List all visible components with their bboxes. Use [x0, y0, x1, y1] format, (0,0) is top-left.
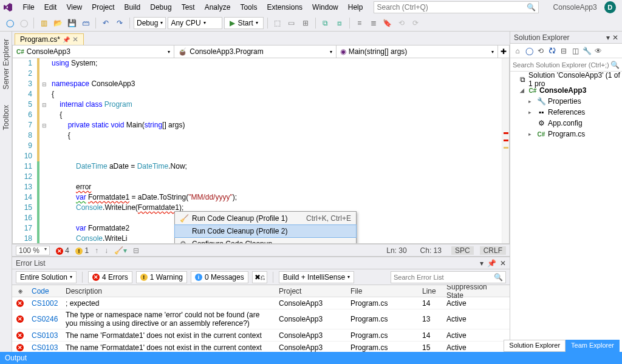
menu-view[interactable]: View: [61, 2, 87, 13]
server-explorer-tab[interactable]: Server Explorer: [1, 35, 12, 93]
menu-edit[interactable]: Edit: [39, 2, 62, 13]
se-collapse-icon[interactable]: ⊟: [559, 46, 569, 56]
status-eol[interactable]: CRLF: [480, 246, 506, 255]
error-row[interactable]: ✕CS1002; expectedConsoleApp3Program.cs14…: [12, 297, 510, 309]
panel-dropdown-icon[interactable]: ▾: [480, 259, 484, 268]
nav-project-dropdown[interactable]: C# ConsoleApp3▾: [13, 46, 174, 58]
warnings-filter-button[interactable]: !1 Warning: [136, 271, 187, 283]
panel-dropdown-icon[interactable]: ▾: [606, 33, 610, 42]
col-code[interactable]: Code: [28, 287, 62, 295]
tree-node-app-config[interactable]: ⚙App.config: [511, 118, 621, 129]
menu-extensions[interactable]: Extensions: [262, 2, 307, 13]
se-refresh-icon[interactable]: 🗘: [547, 46, 557, 56]
undo-icon[interactable]: ↶: [100, 17, 112, 29]
error-code-link[interactable]: CS1002: [28, 299, 62, 308]
toolbox-tab[interactable]: Toolbox: [1, 101, 12, 133]
error-code-link[interactable]: CS0246: [28, 315, 62, 323]
start-debug-button[interactable]: ▶Start▾: [224, 17, 263, 29]
open-file-icon[interactable]: 📂: [52, 17, 64, 29]
redo-icon[interactable]: ↷: [114, 17, 126, 29]
tab-solution-explorer[interactable]: Solution Explorer: [504, 340, 566, 352]
panel-close-icon[interactable]: ✕: [612, 33, 618, 42]
nav-back-icon[interactable]: ◯: [4, 17, 16, 29]
col-severity[interactable]: ⎈: [12, 287, 28, 295]
solution-explorer-tree[interactable]: ⧉Solution 'ConsoleApp3' (1 of 1 pro◢C#Co…: [510, 72, 622, 352]
menu-analyze[interactable]: Analyze: [200, 2, 236, 13]
toolbar-misc-1-icon[interactable]: ⬚: [272, 17, 284, 29]
status-nav-prev-icon[interactable]: ↑: [95, 246, 98, 255]
comment-icon[interactable]: ⧉: [320, 17, 332, 29]
tree-node-references[interactable]: ▸▪▪References: [511, 107, 621, 118]
solution-explorer-search[interactable]: 🔍: [510, 58, 622, 72]
save-all-icon[interactable]: 🗃: [80, 17, 92, 29]
tree-node-solution-consoleapp3-1-of-1-pro[interactable]: ⧉Solution 'ConsoleApp3' (1 of 1 pro: [511, 74, 621, 85]
col-description[interactable]: Description: [62, 287, 275, 295]
solution-config-dropdown[interactable]: Debug▾: [134, 17, 166, 29]
error-scope-dropdown[interactable]: Entire Solution▾: [16, 271, 77, 283]
menu-file[interactable]: File: [18, 2, 39, 13]
menu-build[interactable]: Build: [120, 2, 146, 13]
status-warning-count[interactable]: ! 1: [75, 246, 89, 255]
menu-test[interactable]: Test: [177, 2, 200, 13]
col-suppression[interactable]: Suppression State: [443, 285, 510, 300]
menu-project[interactable]: Project: [87, 2, 119, 13]
scroll-minimap[interactable]: [502, 58, 509, 243]
status-nav-next-icon[interactable]: ↓: [104, 246, 108, 255]
toolbar-misc-a-icon[interactable]: ⟲: [395, 17, 408, 29]
ctx-configure-code-cleanup[interactable]: ⚙Configure Code Cleanup: [175, 237, 356, 244]
ctx-run-code-cleanup-profile-2-[interactable]: Run Code Cleanup (Profile 2): [174, 224, 357, 238]
panel-close-icon[interactable]: ✕: [500, 259, 506, 268]
bookmark-icon[interactable]: 🔖: [381, 17, 394, 29]
nav-member-dropdown[interactable]: ◉ Main(string[] args)▾: [337, 46, 498, 58]
solution-explorer-search-input[interactable]: [513, 61, 610, 69]
error-row[interactable]: ✕CS0103The name 'Formatdate1' does not e…: [12, 329, 510, 342]
new-project-icon[interactable]: ▥: [38, 17, 50, 29]
toolbar-misc-2-icon[interactable]: ▭: [285, 17, 298, 29]
tree-node-program-cs[interactable]: ▸C#Program.cs: [511, 129, 621, 140]
quick-launch-input[interactable]: [377, 3, 526, 12]
toolbar-indent-icon[interactable]: ≡: [354, 17, 366, 29]
document-tab-program[interactable]: Program.cs* 📌 ✕: [15, 33, 84, 45]
toolbar-misc-3-icon[interactable]: ⊞: [299, 17, 312, 29]
error-row[interactable]: ✕CS0246The type or namespace name 'error…: [12, 309, 510, 329]
quick-launch-search[interactable]: 🔍: [374, 1, 538, 13]
messages-filter-button[interactable]: i0 Messages: [191, 271, 248, 283]
pin-icon[interactable]: 📌: [63, 36, 70, 43]
code-editor[interactable]: 123456789101112131415161718192021 ⊟⊟⊟ us…: [12, 58, 510, 244]
se-back-icon[interactable]: ◯: [524, 46, 534, 56]
close-tab-icon[interactable]: ✕: [72, 35, 78, 44]
clear-filter-icon[interactable]: ✖⎌: [252, 271, 267, 283]
status-indent[interactable]: SPC: [451, 246, 474, 255]
col-line[interactable]: Line: [419, 287, 443, 295]
ctx-run-code-cleanup-profile-1-[interactable]: 🧹Run Code Cleanup (Profile 1)Ctrl+K, Ctr…: [175, 212, 356, 225]
menu-help[interactable]: Help: [343, 2, 368, 13]
save-icon[interactable]: 💾: [66, 17, 78, 29]
se-showall-icon[interactable]: ◫: [570, 46, 580, 56]
menu-window[interactable]: Window: [307, 2, 343, 13]
se-sync-icon[interactable]: ⟲: [536, 46, 545, 56]
panel-pin-icon[interactable]: 📌: [487, 259, 496, 268]
col-project[interactable]: Project: [275, 287, 347, 295]
se-preview-icon[interactable]: 👁: [593, 46, 603, 56]
code-cleanup-icon[interactable]: 🧹▾: [114, 246, 127, 255]
error-list-search[interactable]: 🔍: [391, 271, 506, 283]
output-tab[interactable]: Output: [5, 354, 27, 362]
toolbar-outdent-icon[interactable]: ≣: [367, 17, 380, 29]
se-properties-icon[interactable]: 🔧: [582, 46, 592, 56]
error-list-header-row[interactable]: ⎈ Code Description Project File Line Sup…: [12, 285, 510, 297]
split-editor-icon[interactable]: ✚: [498, 46, 509, 58]
menu-tools[interactable]: Tools: [235, 2, 262, 13]
errors-filter-button[interactable]: ✕4 Errors: [88, 271, 132, 283]
user-avatar[interactable]: D: [604, 1, 616, 13]
error-code-link[interactable]: CS0103: [28, 331, 62, 340]
uncomment-icon[interactable]: ⧈: [333, 17, 346, 29]
status-error-count[interactable]: ✕ 4: [56, 246, 69, 255]
menu-debug[interactable]: Debug: [145, 2, 176, 13]
error-code-link[interactable]: CS0103: [28, 343, 62, 352]
toolbar-misc-b-icon[interactable]: ⟳: [409, 17, 422, 29]
error-row[interactable]: ✕CS0103The name 'Formatdate1' does not e…: [12, 342, 510, 352]
tree-node-properties[interactable]: ▸🔧Properties: [511, 96, 621, 107]
error-source-dropdown[interactable]: Build + IntelliSense▾: [279, 271, 354, 283]
error-list-search-input[interactable]: [394, 274, 494, 281]
solution-platform-dropdown[interactable]: Any CPU▾: [168, 17, 222, 29]
